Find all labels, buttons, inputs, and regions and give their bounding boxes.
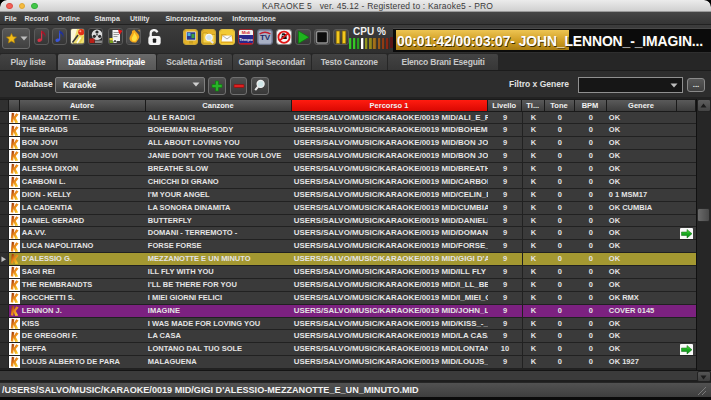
svg-text:Tempo: Tempo (239, 36, 253, 41)
svg-text:Midi: Midi (242, 30, 250, 35)
svg-text:TV: TV (260, 33, 271, 42)
